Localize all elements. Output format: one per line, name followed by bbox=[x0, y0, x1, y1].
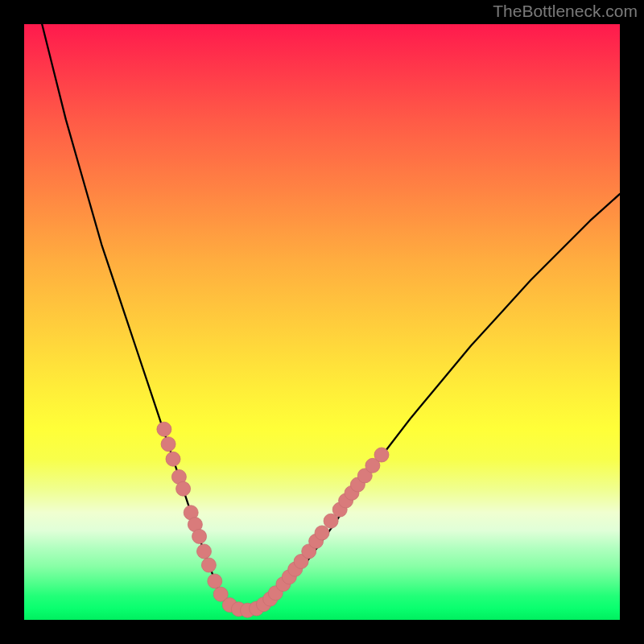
marker-point bbox=[161, 437, 175, 452]
chart-frame: TheBottleneck.com bbox=[0, 0, 644, 644]
marker-point bbox=[166, 452, 180, 466]
chart-svg bbox=[24, 24, 620, 620]
watermark-label: TheBottleneck.com bbox=[493, 2, 638, 21]
marker-point bbox=[192, 529, 207, 543]
curve-markers bbox=[157, 422, 389, 617]
marker-point bbox=[157, 422, 171, 436]
marker-point bbox=[196, 544, 211, 559]
marker-point bbox=[374, 448, 389, 462]
marker-point bbox=[176, 481, 191, 496]
marker-point bbox=[315, 526, 329, 540]
marker-point bbox=[208, 574, 222, 588]
marker-point bbox=[201, 558, 216, 572]
plot-area bbox=[24, 24, 620, 620]
